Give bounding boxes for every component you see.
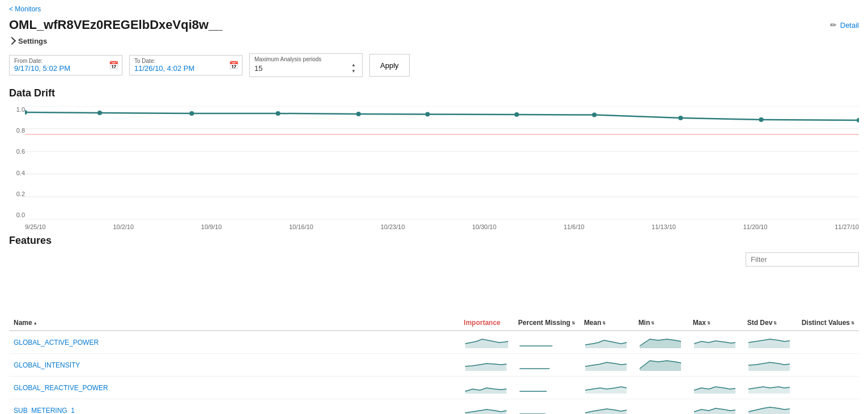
x-label-4: 10/16/10 (289, 223, 313, 230)
spin-down-button[interactable]: ▼ (350, 69, 358, 74)
page-title: OML_wfR8VEz0REGElbDxeVqi8w__ (9, 18, 223, 32)
y-label-0-4: 0.4 (9, 170, 25, 176)
col-header-min[interactable]: Min ⇅ (634, 315, 688, 331)
mean-sparkline-1 (580, 331, 634, 354)
to-date-value: 11/26/10, 4:02 PM (134, 64, 237, 73)
features-table: Name ▲ Importance Percent Missing ⇅ Mean (9, 315, 859, 414)
col-header-mean[interactable]: Mean ⇅ (580, 315, 634, 331)
distinct-sparkline-4 (797, 399, 859, 414)
stddev-sparkline-1 (743, 331, 797, 354)
min-sparkline-2 (634, 354, 688, 377)
percent-missing-sparkline-2 (514, 354, 580, 377)
distinct-sparkline-2 (797, 354, 859, 377)
chart-container: 1.0 0.8 0.6 0.4 0.2 0.0 (0, 102, 868, 230)
analysis-period-value: 15 (254, 64, 262, 73)
apply-button[interactable]: Apply (369, 54, 410, 77)
max-sparkline-2 (688, 354, 743, 377)
col-header-importance[interactable]: Importance (459, 315, 514, 331)
data-drift-chart (25, 106, 859, 219)
top-bar: < Monitors (0, 0, 868, 18)
distinct-sparkline-1 (797, 331, 859, 354)
svg-point-9 (189, 111, 194, 116)
max-sparkline-3 (688, 377, 743, 399)
svg-point-17 (857, 118, 859, 122)
stddev-sparkline-4 (743, 399, 797, 414)
y-label-1-0: 1.0 (9, 106, 25, 113)
from-date-group: From Date: 9/17/10, 5:02 PM 📅 (9, 55, 122, 75)
spin-buttons: ▲ ▼ (350, 62, 358, 74)
filter-row (9, 250, 859, 271)
detail-area: ✏ Detail (830, 20, 859, 29)
analysis-period-label: Maximum Analysis periods (254, 56, 358, 62)
y-label-0-8: 0.8 (9, 127, 25, 134)
y-label-0-2: 0.2 (9, 191, 25, 197)
x-label-3: 10/9/10 (201, 223, 222, 230)
back-link[interactable]: < Monitors (9, 5, 41, 13)
svg-point-7 (25, 110, 27, 115)
chevron-right-icon (8, 36, 16, 44)
table-row: GLOBAL_INTENSITY (9, 354, 859, 377)
edit-icon[interactable]: ✏ (830, 20, 837, 29)
x-label-7: 11/6/10 (564, 223, 585, 230)
stddev-sparkline-3 (743, 377, 797, 399)
distinct-sparkline-3 (797, 377, 859, 399)
mean-sparkline-3 (580, 377, 634, 399)
features-title: Features (9, 235, 859, 250)
from-date-calendar-icon[interactable]: 📅 (109, 61, 118, 70)
min-sparkline-3 (634, 377, 688, 399)
svg-point-14 (592, 113, 597, 117)
max-sparkline-1 (688, 331, 743, 354)
x-label-10: 11/27/10 (835, 223, 859, 230)
x-label-8: 11/13/10 (652, 223, 676, 230)
min-sparkline-1 (634, 331, 688, 354)
feature-name-2[interactable]: GLOBAL_INTENSITY (14, 361, 80, 369)
data-drift-section: Data Drift 1.0 0.8 0.6 0.4 0.2 0.0 (0, 83, 868, 230)
mean-sparkline-2 (580, 354, 634, 377)
x-label-1: 9/25/10 (25, 223, 46, 230)
y-label-0-6: 0.6 (9, 148, 25, 155)
table-row: GLOBAL_REACTIVE_POWER (9, 377, 859, 399)
feature-name-1[interactable]: GLOBAL_ACTIVE_POWER (14, 339, 99, 347)
features-section: Features First: 1.5750398 Last: 2.055630… (0, 230, 868, 414)
importance-sparkline-1 (459, 331, 514, 354)
svg-point-12 (426, 112, 430, 116)
max-sparkline-4 (688, 399, 743, 414)
percent-missing-sparkline-4 (514, 399, 580, 414)
svg-point-8 (97, 111, 102, 115)
importance-sparkline-2 (459, 354, 514, 377)
min-sparkline-4 (634, 399, 688, 414)
to-date-calendar-icon[interactable]: 📅 (229, 61, 239, 70)
percent-missing-sparkline-1 (514, 331, 580, 354)
from-date-label: From Date: (14, 58, 117, 64)
x-label-5: 10/23/10 (381, 223, 405, 230)
table-header-row: Name ▲ Importance Percent Missing ⇅ Mean (9, 315, 859, 331)
col-header-percent-missing[interactable]: Percent Missing ⇅ (514, 315, 580, 331)
feature-name-3[interactable]: GLOBAL_REACTIVE_POWER (14, 384, 108, 392)
detail-label[interactable]: Detail (840, 21, 859, 29)
settings-toggle[interactable]: Settings (9, 37, 859, 45)
col-header-std-dev[interactable]: Std Dev ⇅ (743, 315, 797, 331)
settings-label: Settings (18, 37, 47, 45)
from-date-value: 9/17/10, 5:02 PM (14, 64, 117, 73)
importance-sparkline-3 (459, 377, 514, 399)
filters-row: From Date: 9/17/10, 5:02 PM 📅 To Date: 1… (0, 48, 868, 83)
svg-point-13 (514, 112, 519, 117)
x-label-2: 10/2/10 (113, 223, 134, 230)
x-label-9: 11/20/10 (743, 223, 768, 230)
settings-section: Settings (0, 35, 868, 48)
spin-up-button[interactable]: ▲ (350, 62, 358, 68)
x-label-6: 10/30/10 (472, 223, 496, 230)
percent-missing-sparkline-3 (514, 377, 580, 399)
col-header-distinct-values[interactable]: Distinct Values ⇅ (797, 315, 859, 331)
importance-sparkline-4 (459, 399, 514, 414)
y-label-0-0: 0.0 (9, 212, 25, 218)
to-date-label: To Date: (134, 58, 237, 64)
mean-sparkline-4 (580, 399, 634, 414)
feature-name-4[interactable]: SUB_METERING_1 (14, 407, 75, 414)
svg-point-16 (759, 117, 763, 122)
filter-input[interactable] (746, 252, 859, 267)
to-date-group: To Date: 11/26/10, 4:02 PM 📅 (129, 55, 242, 75)
col-header-name[interactable]: Name ▲ (9, 315, 459, 331)
col-header-max[interactable]: Max ⇅ (688, 315, 743, 331)
analysis-period-group: Maximum Analysis periods 15 ▲ ▼ (249, 53, 363, 77)
